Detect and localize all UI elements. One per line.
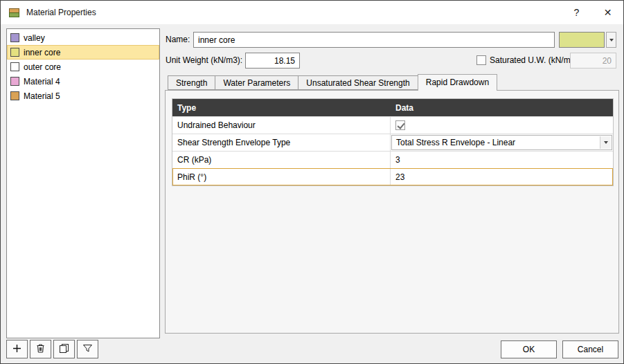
copy-icon (59, 343, 69, 356)
unit-weight-label: Unit Weight (kN/m3): (166, 55, 242, 65)
filter-material-button[interactable] (77, 340, 98, 358)
row-type-cell: PhiR (°) (172, 169, 391, 185)
cr-value-input[interactable]: 3 (391, 152, 613, 168)
material-name: Material 5 (24, 91, 60, 101)
material-list-toolbar (6, 340, 98, 358)
saturated-uw-input: 20 (570, 53, 616, 69)
copy-material-button[interactable] (53, 340, 75, 358)
undrained-behaviour-checkbox[interactable] (395, 120, 405, 130)
name-label: Name: (166, 35, 190, 44)
material-color-swatch (10, 62, 19, 71)
app-icon (8, 7, 20, 19)
material-name: Material 4 (24, 77, 60, 87)
cancel-button[interactable]: Cancel (562, 340, 618, 358)
table-row-cr: CR (kPa) 3 (172, 151, 613, 168)
material-list-item[interactable]: Material 4 (7, 74, 159, 89)
phir-value-input[interactable]: 23 (391, 169, 613, 185)
tab-label: Unsaturated Shear Strength (306, 78, 409, 88)
tab-water-parameters[interactable]: Water Parameters (215, 75, 298, 90)
material-list: valley inner core outer core Material 4 … (6, 28, 160, 338)
row-type-cell: Undrained Behaviour (172, 117, 391, 134)
row-data-cell: Total Stress R Envelope - Linear (391, 134, 613, 151)
table-header-data: Data (391, 99, 613, 116)
material-list-item[interactable]: inner core (7, 45, 159, 60)
color-dropdown-button[interactable] (606, 32, 616, 48)
tab-label: Water Parameters (223, 78, 290, 88)
material-list-item[interactable]: outer core (7, 60, 159, 74)
tab-label: Rapid Drawdown (426, 78, 489, 87)
table-row-envelope-type: Shear Strength Envelope Type Total Stres… (172, 134, 613, 151)
tab-label: Strength (176, 78, 207, 88)
unit-weight-input[interactable]: 18.15 (245, 53, 300, 69)
property-tabs: Strength Water Parameters Unsaturated Sh… (168, 73, 497, 90)
envelope-type-dropdown[interactable]: Total Stress R Envelope - Linear (391, 135, 612, 150)
material-color-dropdown[interactable] (559, 32, 616, 48)
property-table: Type Data Undrained Behaviour Shear Stre… (172, 98, 614, 186)
delete-material-button[interactable] (30, 340, 51, 358)
envelope-dropdown-button[interactable] (600, 136, 611, 149)
row-type-cell: CR (kPa) (172, 152, 391, 168)
row-data-cell (391, 117, 613, 134)
add-material-button[interactable] (6, 340, 28, 358)
material-name: inner core (24, 48, 60, 57)
rapid-drawdown-panel: Type Data Undrained Behaviour Shear Stre… (165, 90, 619, 334)
material-color-swatch (10, 77, 19, 86)
table-row-phir: PhiR (°) 23 (172, 168, 613, 185)
material-properties-dialog: Material Properties ? ✕ valley inner cor… (0, 0, 624, 364)
name-input[interactable]: inner core (193, 32, 555, 48)
saturated-uw-checkbox[interactable] (476, 55, 486, 65)
chevron-down-icon (604, 141, 608, 144)
window-title: Material Properties (26, 8, 96, 17)
table-header-row: Type Data (172, 99, 613, 116)
titlebar: Material Properties ? ✕ (1, 1, 623, 24)
tab-unsaturated-shear-strength[interactable]: Unsaturated Shear Strength (298, 75, 418, 90)
material-list-item[interactable]: Material 5 (7, 89, 159, 103)
tab-rapid-drawdown[interactable]: Rapid Drawdown (418, 74, 497, 91)
material-name: outer core (24, 62, 61, 72)
tab-strength[interactable]: Strength (168, 75, 215, 90)
plus-icon (12, 343, 22, 356)
ok-button[interactable]: OK (501, 340, 557, 358)
material-color-swatch (10, 33, 19, 42)
help-button[interactable]: ? (561, 1, 592, 24)
material-color-swatch (10, 91, 19, 100)
table-header-type: Type (172, 99, 391, 116)
chevron-down-icon (609, 39, 614, 42)
saturated-uw-label: Saturated U.W. (kN/m3): (490, 55, 580, 65)
material-list-item[interactable]: valley (7, 30, 159, 45)
row-type-cell: Shear Strength Envelope Type (172, 134, 391, 151)
filter-icon (82, 343, 93, 356)
close-button[interactable]: ✕ (592, 1, 623, 24)
trash-icon (35, 343, 46, 356)
material-name: valley (24, 33, 45, 43)
envelope-type-value: Total Stress R Envelope - Linear (396, 138, 515, 147)
material-color-preview (559, 32, 605, 48)
table-row-undrained-behaviour: Undrained Behaviour (172, 116, 613, 134)
material-color-swatch (10, 48, 19, 57)
